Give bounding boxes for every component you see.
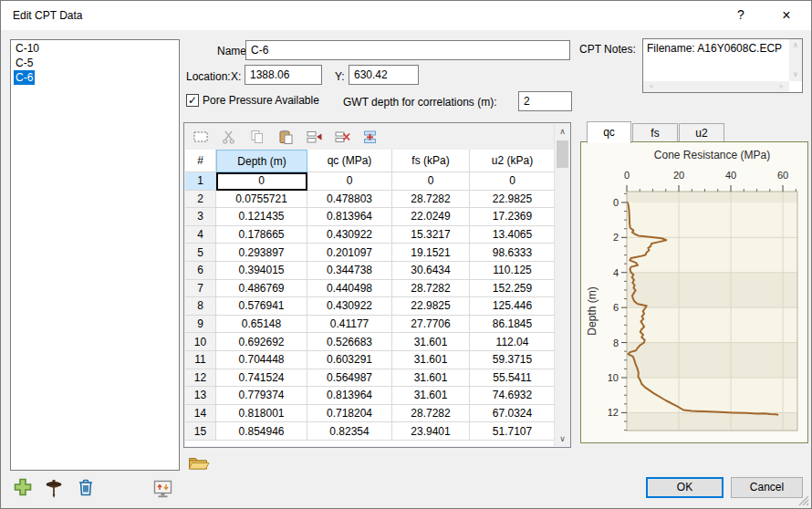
scroll-down-icon[interactable]: ∨	[555, 431, 570, 446]
row-number[interactable]: 5	[185, 244, 216, 262]
table-cell[interactable]: 0.854946	[216, 422, 307, 441]
column-header[interactable]: Depth (m)	[216, 150, 307, 172]
table-cell[interactable]: 110.125	[470, 262, 556, 280]
table-cell[interactable]: 0.486769	[216, 280, 307, 298]
table-cell[interactable]: 0.178665	[216, 226, 307, 244]
table-cell[interactable]: 0.440498	[307, 280, 392, 298]
select-region-button[interactable]	[193, 129, 209, 145]
tab-fs[interactable]: fs	[632, 123, 678, 142]
delete-cpt-button[interactable]	[73, 474, 99, 500]
table-cell[interactable]: 22.0249	[392, 208, 470, 226]
table-cell[interactable]: 13.4065	[470, 226, 556, 244]
table-cell[interactable]: 0.293897	[216, 244, 307, 262]
table-cell[interactable]: 152.259	[470, 280, 556, 298]
column-header[interactable]: fs (kPa)	[392, 150, 470, 172]
table-cell[interactable]: 125.446	[470, 297, 556, 316]
row-number[interactable]: 2	[185, 191, 216, 209]
table-cell[interactable]: 59.3715	[470, 351, 556, 369]
cut-button[interactable]	[221, 129, 237, 145]
name-input[interactable]	[245, 40, 570, 60]
table-cell[interactable]: 0.430922	[307, 226, 392, 244]
table-cell[interactable]: 0.813964	[307, 387, 392, 405]
delete-row-button[interactable]	[334, 129, 350, 145]
table-cell[interactable]: 0.692692	[216, 333, 307, 351]
table-cell[interactable]: 0.603291	[307, 351, 392, 369]
table-cell[interactable]: 0	[307, 172, 392, 191]
open-file-button[interactable]	[188, 454, 210, 473]
row-number[interactable]: 8	[185, 297, 216, 316]
row-number[interactable]: 9	[185, 316, 216, 334]
table-cell[interactable]: 0.41177	[307, 316, 392, 334]
table-cell[interactable]: 51.7107	[470, 422, 556, 441]
table-cell[interactable]: 27.7706	[392, 316, 470, 334]
paste-button[interactable]	[277, 129, 294, 145]
table-cell[interactable]: 0.65148	[216, 316, 307, 334]
table-cell[interactable]: 0.394015	[216, 262, 307, 280]
cancel-button[interactable]: Cancel	[731, 477, 803, 498]
table-cell[interactable]: 74.6932	[470, 387, 556, 405]
ok-button[interactable]: OK	[646, 477, 724, 498]
notes-horizontal-scrollbar[interactable]: < >	[643, 81, 789, 92]
copy-button[interactable]	[249, 129, 265, 145]
add-cpt-button[interactable]	[10, 474, 36, 500]
resize-grip[interactable]	[798, 495, 809, 506]
close-button[interactable]: ×	[766, 1, 807, 29]
table-cell[interactable]: 31.601	[392, 333, 470, 351]
tab-u2[interactable]: u2	[679, 123, 724, 142]
help-button[interactable]: ?	[721, 1, 761, 29]
list-item-C-10[interactable]: C-10	[11, 41, 179, 56]
scroll-down-icon[interactable]: ∨	[789, 70, 802, 79]
cpt-list[interactable]: C-10C-5C-6	[10, 39, 180, 471]
table-cell[interactable]: 0	[470, 172, 556, 191]
location-y-input[interactable]	[349, 65, 419, 85]
table-cell[interactable]: 0.82354	[307, 422, 392, 441]
row-number[interactable]: 7	[185, 280, 216, 298]
table-cell[interactable]: 0.201097	[307, 244, 392, 262]
table-cell[interactable]: 0.813964	[307, 208, 392, 226]
column-header[interactable]: #	[185, 150, 216, 172]
tab-qc[interactable]: qc	[587, 121, 631, 143]
row-number[interactable]: 3	[185, 208, 216, 226]
table-cell[interactable]: 0.704448	[216, 351, 307, 369]
table-cell[interactable]: 30.6434	[392, 262, 470, 280]
table-cell[interactable]: 0.121435	[216, 208, 307, 226]
row-number[interactable]: 14	[185, 405, 216, 423]
scroll-right-icon[interactable]: >	[775, 82, 787, 91]
table-cell[interactable]: 17.2369	[470, 208, 556, 226]
table-cell[interactable]: 31.601	[392, 351, 470, 369]
row-number[interactable]: 12	[185, 369, 216, 388]
table-cell[interactable]: 0.779374	[216, 387, 307, 405]
row-number[interactable]: 1	[185, 172, 216, 191]
table-cell[interactable]: 22.9825	[392, 297, 470, 316]
table-cell[interactable]: 31.601	[392, 387, 470, 405]
pore-pressure-checkbox[interactable]: ✓	[186, 94, 199, 107]
table-cell[interactable]: 86.1845	[470, 316, 556, 334]
table-cell[interactable]: 0	[216, 172, 307, 191]
column-header[interactable]: u2 (kPa)	[470, 150, 556, 172]
table-cell[interactable]: 0.576941	[216, 297, 307, 316]
table-vertical-scrollbar[interactable]: ∧ ∨	[554, 124, 569, 446]
add-row-button[interactable]	[362, 129, 379, 145]
location-x-input[interactable]	[245, 65, 322, 85]
table-cell[interactable]: 0.0755721	[216, 191, 307, 209]
table-cell[interactable]: 0.430922	[307, 297, 392, 316]
import-cpt-button[interactable]	[41, 475, 67, 501]
scroll-left-icon[interactable]: <	[645, 82, 658, 91]
table-cell[interactable]: 28.7282	[392, 280, 470, 298]
table-cell[interactable]: 98.6333	[470, 244, 556, 262]
insert-row-button[interactable]	[306, 129, 322, 145]
table-cell[interactable]: 23.9401	[392, 422, 470, 441]
row-number[interactable]: 10	[185, 333, 216, 351]
table-cell[interactable]: 0	[392, 172, 470, 191]
list-item-C-5[interactable]: C-5	[11, 56, 179, 70]
table-cell[interactable]: 0.718204	[307, 405, 392, 423]
scroll-up-icon[interactable]: ∧	[789, 41, 802, 50]
table-cell[interactable]: 0.564987	[307, 369, 392, 388]
row-number[interactable]: 13	[185, 387, 216, 405]
table-cell[interactable]: 19.1521	[392, 244, 470, 262]
table-cell[interactable]: 22.9825	[470, 191, 556, 209]
cpt-notes-box[interactable]: Filename: A16Y0608C.ECP ∧ ∨ < >	[642, 38, 803, 93]
column-header[interactable]: qc (MPa)	[307, 150, 392, 172]
list-item-C-6[interactable]: C-6	[11, 70, 179, 85]
table-cell[interactable]: 15.3217	[392, 226, 470, 244]
